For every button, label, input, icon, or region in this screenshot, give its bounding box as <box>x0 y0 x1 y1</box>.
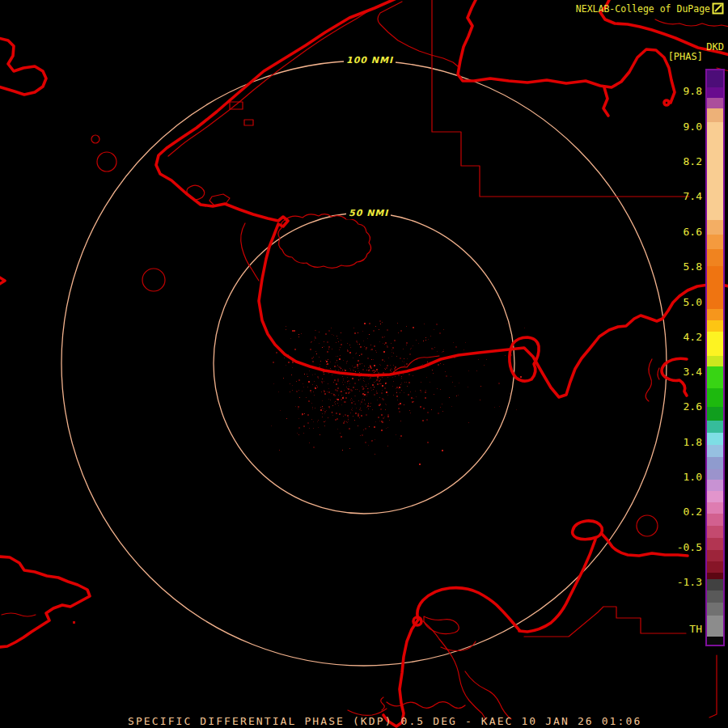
kdp-speckle-field <box>271 320 525 465</box>
colorbar-segment <box>707 480 723 491</box>
range-rings <box>61 61 667 666</box>
colorbar-tick-label: 2.6 <box>654 400 702 413</box>
coastline-detail-thin <box>2 2 728 720</box>
range-ring-100nmi <box>61 61 667 666</box>
colorbar-tick-label: 7.4 <box>654 190 702 202</box>
range-ring-label-100nmi: 100 NMI <box>344 54 396 66</box>
colorbar-segment <box>707 320 723 332</box>
footer-product-title: SPECIFIC DIFFERENTIAL PHASE (KDP) 0.5 DE… <box>128 715 641 727</box>
colorbar-tick-label: 8.2 <box>654 155 702 167</box>
colorbar-tick-label: 0.2 <box>654 506 702 518</box>
colorbar-segment <box>707 445 723 457</box>
colorbar-tick-label: 4.2 <box>654 331 702 343</box>
colorbar-segment <box>707 457 723 469</box>
colorbar-segment <box>707 266 723 309</box>
colorbar-segment <box>707 407 723 421</box>
colorbar-segment <box>707 356 723 366</box>
coastlines <box>0 0 728 726</box>
range-ring-50nmi <box>214 213 514 514</box>
cod-logo-icon <box>712 2 724 15</box>
range-ring-label-50nmi: 50 NMI <box>346 207 391 219</box>
colorbar-segment <box>707 108 723 122</box>
colorbar-tick-label: 1.0 <box>654 471 702 483</box>
product-code-label: DKD <box>706 41 724 53</box>
colorbar-segment <box>707 366 723 388</box>
colorbar-segment <box>707 309 723 320</box>
colorbar-segment <box>707 502 723 514</box>
colorbar-tick-label: 5.0 <box>654 296 702 308</box>
colorbar-segment <box>707 87 723 98</box>
colorbar-segment <box>707 514 723 526</box>
colorbar-segment <box>707 122 723 220</box>
colorbar-segment <box>707 388 723 407</box>
colorbar-tick-label: 6.6 <box>654 226 702 238</box>
colorbar-segment <box>707 616 723 637</box>
colorbar-segment <box>707 573 723 579</box>
colorbar-tick-label: -1.3 <box>654 576 702 588</box>
colorbar-tick-label: 5.8 <box>654 260 702 273</box>
product-unit-label: [PHAS] <box>668 51 703 62</box>
colorbar-segment <box>707 491 723 502</box>
colorbar-segment <box>707 433 723 445</box>
colorbar-segment <box>707 579 723 590</box>
colorbar-tick-label: TH <box>654 623 702 635</box>
colorbar-segment <box>707 235 723 249</box>
colorbar-tick-label: -0.5 <box>654 541 702 553</box>
colorbar-tick-label: 9.8 <box>654 85 702 97</box>
colorbar-segment <box>707 421 723 433</box>
colorbar-segment <box>707 637 723 645</box>
colorbar-tick-label: 1.8 <box>654 436 702 448</box>
colorbar-segment <box>707 249 723 266</box>
radar-display: NEXLAB-College of DuPage DKD [PHAS] 9.89… <box>0 0 728 728</box>
radar-map <box>0 0 728 728</box>
colorbar <box>705 69 725 646</box>
colorbar-segment <box>707 561 723 573</box>
header-brand: NEXLAB-College of DuPage <box>576 3 710 15</box>
colorbar-segment <box>707 70 723 87</box>
colorbar-segment <box>707 332 723 356</box>
colorbar-segment <box>707 98 723 108</box>
colorbar-segment <box>707 603 723 616</box>
colorbar-segment <box>707 220 723 235</box>
colorbar-segment <box>707 550 723 561</box>
colorbar-segment <box>707 469 723 480</box>
colorbar-segment <box>707 590 723 603</box>
colorbar-tick-label: 3.4 <box>654 366 702 378</box>
colorbar-tick-label: 9.0 <box>654 121 702 133</box>
colorbar-segment <box>707 526 723 538</box>
colorbar-segment <box>707 538 723 550</box>
